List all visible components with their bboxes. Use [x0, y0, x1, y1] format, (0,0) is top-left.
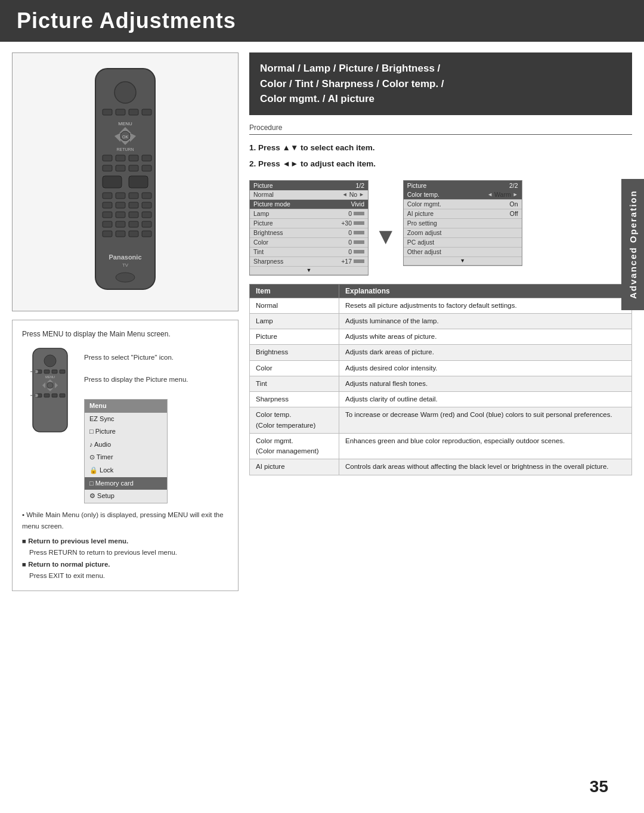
menu-title: Menu — [85, 400, 167, 413]
svg-rect-15 — [116, 155, 125, 161]
note-menu-exit: • While Main Menu (only) is displayed, p… — [22, 509, 228, 533]
page-title-banner: Picture Adjustments — [0, 0, 644, 42]
screen1-row-normal: Normal ◄ No ► — [250, 190, 368, 200]
svg-rect-27 — [142, 193, 151, 199]
svg-text:MENU: MENU — [45, 375, 55, 379]
menu-item-ezsync: EZ Sync — [85, 413, 167, 426]
note-return-normal: ■ Return to normal picture. — [22, 559, 228, 571]
svg-rect-30 — [129, 202, 138, 208]
screen2-row-colortemp: Color temp. ◄ Warm ► — [404, 190, 522, 200]
svg-rect-24 — [103, 193, 112, 199]
item-colortemp: Color temp.(Color temperature) — [250, 407, 339, 434]
diagram-labels: Press to select "Picture" icon. Press to… — [84, 346, 188, 503]
item-tint: Tint — [250, 376, 339, 391]
screen1: Picture 1/2 Normal ◄ No ► Picture mode V… — [249, 180, 369, 276]
menu-item-lock: 🔒 Lock — [85, 464, 167, 477]
menu-item-timer: ⊙ Timer — [85, 451, 167, 464]
svg-rect-19 — [116, 165, 125, 171]
screen1-row-color: Color 0 — [250, 238, 368, 248]
svg-rect-31 — [142, 202, 151, 208]
page-number: 35 — [590, 777, 608, 796]
screen2-more-arrow: ▼ — [404, 257, 522, 265]
explanation-aipicture: Controls dark areas without affecting th… — [339, 459, 632, 475]
svg-rect-62 — [60, 394, 65, 397]
explanation-picture: Adjusts white areas of picture. — [339, 329, 632, 345]
svg-rect-3 — [116, 109, 125, 115]
svg-rect-33 — [116, 212, 125, 218]
svg-rect-61 — [52, 394, 57, 397]
label-select-picture: Press to select "Picture" icon. — [84, 352, 188, 363]
menu-item-memorycard: □ Memory card — [85, 477, 167, 490]
procedure-label: Procedure — [249, 123, 632, 132]
svg-rect-36 — [103, 221, 112, 227]
svg-point-48 — [44, 355, 56, 367]
svg-rect-29 — [116, 202, 125, 208]
step2: 2. Press ◄► to adjust each item. — [249, 156, 632, 172]
explanation-tint: Adjusts natural flesh tones. — [339, 376, 632, 391]
svg-rect-37 — [116, 221, 125, 227]
table-row: Color mgmt.(Color management) Enhances g… — [250, 433, 632, 459]
remote-svg: MENU OK RETURN — [78, 63, 173, 301]
svg-text:Panasonic: Panasonic — [109, 254, 141, 261]
header-instruction: Normal / Lamp / Picture / Brightness / C… — [249, 52, 632, 115]
svg-rect-52 — [60, 370, 65, 373]
instruction-main-text: Press MENU to display the Main Menu scre… — [22, 329, 228, 340]
page-title: Picture Adjustments — [17, 8, 627, 33]
svg-rect-40 — [103, 231, 112, 237]
svg-rect-4 — [129, 109, 138, 115]
explanation-colortemp: To increase or decrease Warm (red) and C… — [339, 407, 632, 434]
svg-rect-34 — [129, 212, 138, 218]
menu-item-picture: □ Picture — [85, 425, 167, 438]
label-display-menu: Press to display the Picture menu. — [84, 374, 188, 385]
svg-rect-43 — [142, 231, 151, 237]
svg-rect-41 — [116, 231, 125, 237]
remote-control-image: MENU OK RETURN — [12, 52, 239, 311]
screen2-row-prosetting: Pro setting — [404, 219, 522, 228]
svg-rect-35 — [142, 212, 151, 218]
down-arrow: ▼ — [374, 224, 397, 249]
explanation-brightness: Adjusts dark areas of picture. — [339, 345, 632, 360]
screen1-more-arrow: ▼ — [250, 267, 368, 275]
diagram-remote: MENU — [22, 346, 76, 503]
note-return-prev-sub: Press RETURN to return to previous level… — [22, 547, 228, 559]
col-explanations: Explanations — [339, 284, 632, 298]
sidebar-tab: Advanced Operation — [621, 179, 644, 310]
svg-rect-38 — [129, 221, 138, 227]
item-picture: Picture — [250, 329, 339, 345]
item-sharpness: Sharpness — [250, 392, 339, 407]
item-color: Color — [250, 360, 339, 376]
svg-rect-28 — [103, 202, 112, 208]
item-colormgmt: Color mgmt.(Color management) — [250, 433, 339, 459]
explanation-color: Adjusts desired color intensity. — [339, 360, 632, 376]
table-row: AI picture Controls dark areas without a… — [250, 459, 632, 475]
svg-rect-26 — [129, 193, 138, 199]
header-line2: Color / Tint / Sharpness / Color temp. / — [260, 76, 621, 92]
menu-list: Menu EZ Sync □ Picture ♪ Audio ⊙ Timer 🔒… — [84, 399, 168, 503]
screen2-row-aipicture: AI picture Off — [404, 209, 522, 219]
table-row: Sharpness Adjusts clarity of outline det… — [250, 392, 632, 407]
item-brightness: Brightness — [250, 345, 339, 360]
svg-rect-2 — [103, 109, 112, 115]
svg-point-58 — [47, 382, 53, 388]
explanation-colormgmt: Enhances green and blue color reproducti… — [339, 433, 632, 459]
bullet-notes: • While Main Menu (only) is displayed, p… — [22, 509, 228, 582]
instruction-box: Press MENU to display the Main Menu scre… — [12, 320, 239, 591]
svg-rect-14 — [103, 155, 112, 161]
explanations-table: Item Explanations Normal Resets all pict… — [249, 284, 632, 475]
svg-rect-32 — [103, 212, 112, 218]
left-column: MENU OK RETURN — [12, 52, 239, 591]
screen1-row-tint: Tint 0 — [250, 248, 368, 257]
menu-item-setup: ⚙ Setup — [85, 490, 167, 503]
svg-point-46 — [116, 273, 135, 282]
menu-item-audio: ♪ Audio — [85, 438, 167, 452]
svg-rect-16 — [129, 155, 138, 161]
svg-rect-51 — [52, 370, 57, 373]
screen1-row-lamp: Lamp 0 — [250, 209, 368, 219]
table-row: Color temp.(Color temperature) To increa… — [250, 407, 632, 434]
table-row: Brightness Adjusts dark areas of picture… — [250, 345, 632, 360]
svg-rect-50 — [44, 370, 49, 373]
screen1-header: Picture 1/2 — [250, 181, 368, 190]
screen1-row-picture: Picture +30 — [250, 219, 368, 228]
svg-rect-25 — [116, 193, 125, 199]
svg-text:OK: OK — [122, 135, 128, 139]
